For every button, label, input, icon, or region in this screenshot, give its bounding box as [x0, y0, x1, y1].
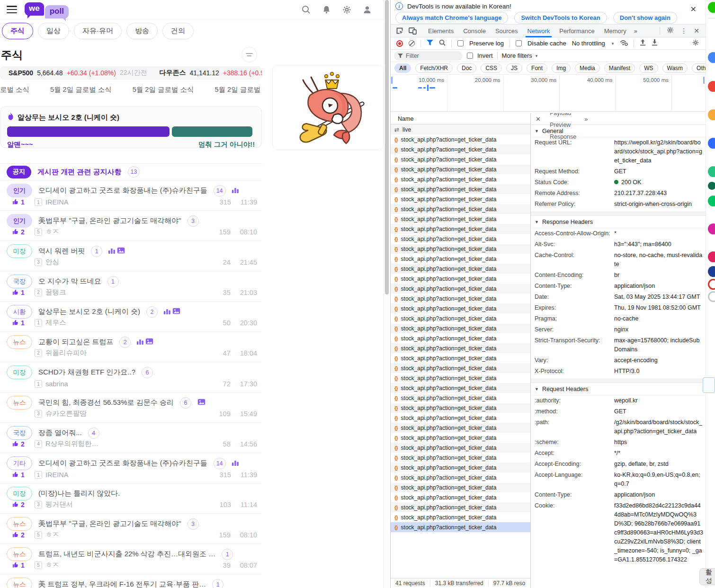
post-row[interactable]: 뉴스美법무부 "구글, 온라인 광고기술도 매각해야"325ㅎㅈ15908:10	[0, 514, 262, 544]
timeline-left-handle[interactable]	[391, 77, 393, 84]
news-marquee[interactable]: 로벌 소식5월 2일 글로벌 소식5월 2일 글로벌 소식5월 2일 글로벌 소…	[0, 83, 262, 96]
preserve-log-checkbox[interactable]	[457, 40, 464, 46]
edge-shortcut-icon[interactable]	[708, 279, 715, 290]
post-title[interactable]: 교황이 되고싶은 트럼프	[38, 338, 113, 347]
post-row[interactable]: 국장오 지수가 막 뜨네요112꿀탱크3521:03	[0, 271, 262, 302]
request-row[interactable]: {}stock_api.php?action=get_ticker_data	[391, 204, 530, 214]
post-title[interactable]: 美법무부 "구글, 온라인 광고기술도 매각해야"	[38, 519, 181, 528]
post-title[interactable]: 美법무부 "구글, 온라인 광고기술도 매각해야"	[38, 216, 181, 225]
request-row[interactable]: {}stock_api.php?action=get_ticker_data	[391, 134, 530, 144]
search-icon[interactable]	[302, 5, 311, 14]
request-row[interactable]: {}stock_api.php?action=get_ticker_data	[391, 463, 530, 472]
tab-방송[interactable]: 방송	[126, 23, 158, 39]
chip-all[interactable]: All	[394, 63, 411, 73]
kebab-menu-icon[interactable]: ⋮	[680, 27, 687, 35]
edge-shortcut-icon[interactable]	[708, 266, 715, 277]
invert-checkbox[interactable]	[467, 53, 473, 59]
edge-shortcut-icon[interactable]	[708, 223, 715, 234]
request-row[interactable]: {}stock_api.php?action=get_ticker_data	[391, 224, 530, 234]
request-row[interactable]: {}stock_api.php?action=get_ticker_data	[391, 323, 530, 333]
request-row[interactable]: {}stock_api.php?action=get_ticker_data	[391, 433, 530, 443]
request-row[interactable]: {}stock_api.php?action=get_ticker_data	[391, 154, 530, 164]
request-row[interactable]: {}stock_api.php?action=get_ticker_data	[391, 453, 530, 463]
post-row[interactable]: 인기오디세이 광고하고 굿즈로 화장품내는 (주)슈카친구들1411IREINA…	[0, 180, 262, 211]
request-row[interactable]: {}stock_api.php?action=get_ticker_data	[391, 393, 530, 403]
post-author[interactable]: R상무의위험한…	[45, 439, 98, 448]
filter-funnel-icon[interactable]	[427, 40, 433, 47]
post-row[interactable]: 시황알상무는 보시오 2호 (니케이 숏)211제우스5020:30	[0, 302, 262, 332]
post-title[interactable]: 국민의 힘, 최종경선 56.53%로 김문수 승리	[38, 398, 174, 407]
edge-shortcut-icon[interactable]	[708, 182, 715, 190]
request-row[interactable]: {}stock_api.php?action=get_ticker_data	[391, 333, 530, 343]
request-row[interactable]: {}stock_api.php?action=get_ticker_data	[391, 443, 530, 453]
post-author[interactable]: 안심	[45, 258, 59, 267]
devtools-close-icon[interactable]: ✕	[694, 27, 699, 35]
section-header[interactable]: ▼Request Headers	[531, 383, 706, 395]
search-network-icon[interactable]	[439, 39, 446, 47]
post-row[interactable]: 뉴스교황이 되고싶은 트럼프22위폴리슈피아4718:04	[0, 332, 262, 362]
post-row[interactable]: 국장장좀 열어줘...424R상무의위험한…5814:56	[0, 423, 262, 453]
floating-button[interactable]	[703, 377, 715, 393]
chip-img[interactable]: Img	[552, 63, 571, 73]
post-title[interactable]: 장좀 열어줘...	[38, 428, 82, 437]
post-author[interactable]: IREINA	[45, 471, 68, 479]
network-settings-gear-icon[interactable]	[692, 39, 706, 47]
edge-shortcut-icon[interactable]	[708, 109, 715, 120]
post-author[interactable]: 위폴리슈피아	[45, 348, 87, 357]
post-author[interactable]: ㅎㅈ	[45, 561, 59, 570]
post-title[interactable]: 오디세이 광고하고 굿즈로 화장품내는 (주)슈카친구들	[38, 186, 207, 195]
wepoll-logo[interactable]: we poll	[25, 2, 69, 18]
post-title[interactable]: 역시 워렌 버핏	[38, 247, 85, 256]
edge-shortcut-icon[interactable]	[708, 138, 715, 149]
edge-shortcut-icon[interactable]	[708, 166, 715, 177]
request-row[interactable]: {}stock_api.php?action=get_ticker_data	[391, 184, 530, 194]
request-row[interactable]: {}stock_api.php?action=get_ticker_data	[391, 383, 530, 393]
more-filters-dropdown[interactable]: More filters ▾	[502, 52, 538, 59]
tab-자유·유머[interactable]: 자유·유머	[74, 23, 122, 39]
chip-doc[interactable]: Doc	[457, 63, 476, 73]
request-row[interactable]: {}stock_api.php?action=get_ticker_data	[391, 234, 530, 244]
infobar-button[interactable]: Switch DevTools to Korean	[514, 12, 607, 24]
request-row[interactable]: {}stock_api.php?action=get_ticker_data	[391, 472, 530, 482]
news-item[interactable]: 로벌 소식	[0, 85, 29, 94]
post-row[interactable]: 미장역시 워렌 버핏13안심2421:45	[0, 241, 262, 271]
name-column-header[interactable]: Name	[391, 113, 530, 125]
import-har-icon[interactable]	[640, 39, 646, 47]
device-toolbar-icon[interactable]	[409, 27, 417, 35]
infobar-close-icon[interactable]: ✕	[690, 5, 697, 14]
chip-media[interactable]: Media	[575, 63, 600, 73]
request-row[interactable]: {}stock_api.php?action=get_ticker_data	[391, 512, 530, 522]
timeline-right-handle[interactable]	[703, 77, 705, 84]
post-title[interactable]: 오디세이 광고하고 굿즈로 화장품내는 (주)슈카친구들	[38, 459, 207, 468]
post-author[interactable]: 슈카오른팔땀	[45, 409, 87, 418]
section-header[interactable]: ▼Response Headers	[531, 216, 706, 228]
edge-shortcut-icon[interactable]	[708, 251, 715, 262]
request-row[interactable]: {}stock_api.php?action=get_ticker_data	[391, 254, 530, 264]
devtools-tab-elements[interactable]: Elements	[423, 25, 458, 37]
record-network-log-icon[interactable]	[396, 40, 403, 47]
post-row[interactable]: 미장(미장)나는 틀리지 않았다.23핑거댄서10311:14	[0, 483, 262, 514]
post-title[interactable]: 알상무는 보시오 2호 (니케이 숏)	[38, 307, 140, 316]
network-conditions-icon[interactable]	[619, 39, 628, 47]
news-item[interactable]: 5월 2일 글로벌 소식	[133, 85, 194, 94]
infobar-button[interactable]: Don't show again	[613, 12, 677, 24]
tab-주식[interactable]: 주식	[2, 23, 33, 39]
post-row[interactable]: 공지게시판 개편 관련 공지사항13	[0, 164, 262, 180]
edge-shortcut-icon[interactable]	[708, 2, 715, 13]
request-row[interactable]: {}stock_api.php?action=get_ticker_data	[391, 413, 530, 423]
sort-filter-button[interactable]	[241, 47, 257, 62]
post-author[interactable]: IREINA	[45, 198, 68, 206]
chip-manifest[interactable]: Manifest	[604, 63, 635, 73]
throttling-dropdown[interactable]: No throttling ▾	[572, 40, 614, 47]
request-row[interactable]: {}stock_api.php?action=get_ticker_data	[391, 194, 530, 204]
page-scrollbar[interactable]	[384, 0, 389, 588]
filter-input[interactable]: Filter	[394, 51, 463, 61]
request-row[interactable]: {}stock_api.php?action=get_ticker_data	[391, 373, 530, 383]
request-row[interactable]: {}stock_api.php?action=get_ticker_data	[391, 492, 530, 502]
chip-fetch/xhr[interactable]: Fetch/XHR	[415, 63, 453, 73]
request-row[interactable]: {}stock_api.php?action=get_ticker_data	[391, 423, 530, 433]
post-row[interactable]: 기타오디세이 광고하고 굿즈로 화장품내는 (주)슈카친구들1411IREINA…	[0, 453, 262, 483]
stock-ticker-bar[interactable]: S&P5005,664.48+60.34 (+1.08%)22시간전다우존스41…	[0, 66, 262, 80]
poll-bar-left[interactable]	[7, 126, 170, 137]
chip-other[interactable]: Other	[692, 63, 706, 73]
